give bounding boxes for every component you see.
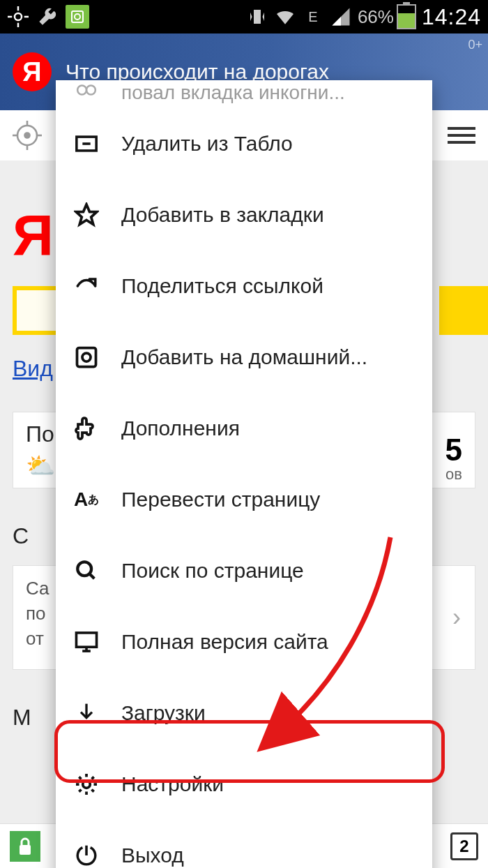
remove-icon — [73, 130, 100, 158]
menu-label: Загрузки — [121, 701, 206, 725]
svg-point-6 — [75, 14, 80, 20]
menu-item-desktop-site[interactable]: Полная версия сайта — [56, 606, 432, 678]
menu-label: Выход — [121, 844, 184, 867]
svg-point-8 — [25, 133, 30, 138]
search-icon — [73, 557, 100, 585]
tabs-button[interactable]: 2 — [450, 832, 478, 860]
incognito-icon — [73, 80, 100, 104]
age-badge: 0+ — [468, 38, 482, 52]
svg-point-0 — [15, 13, 22, 20]
svg-rect-5 — [72, 11, 83, 22]
lock-icon[interactable] — [10, 831, 40, 862]
menu-label: Поделиться ссылкой — [121, 274, 323, 298]
search-button-fragment — [439, 286, 488, 335]
menu-label: Полная версия сайта — [121, 630, 328, 654]
share-icon — [73, 272, 100, 300]
menu-item-downloads[interactable]: Загрузки — [56, 678, 432, 749]
menu-label: Настройки — [121, 772, 224, 796]
menu-label: Поиск по странице — [121, 559, 304, 583]
svg-point-20 — [77, 562, 91, 576]
menu-item-settings[interactable]: Настройки — [56, 749, 432, 820]
search-box-fragment — [13, 286, 61, 335]
svg-marker-17 — [76, 204, 97, 225]
clock: 14:24 — [422, 4, 481, 30]
svg-rect-22 — [76, 633, 96, 647]
net-type: E — [302, 6, 324, 28]
temperature: 5 — [445, 433, 462, 467]
status-bar: E 66% 14:24 — [0, 0, 488, 33]
monitor-icon — [73, 628, 100, 656]
star-icon — [73, 201, 100, 229]
menu-item-add-bookmark[interactable]: Добавить в закладки — [56, 179, 432, 250]
menu-item-find-page[interactable]: Поиск по странице — [56, 535, 432, 606]
gps-icon — [7, 6, 29, 28]
svg-rect-28 — [20, 845, 31, 855]
section-header-2: М — [13, 705, 31, 731]
temp-suffix: ов — [445, 465, 462, 484]
svg-point-14 — [86, 86, 96, 95]
battery-percent: 66% — [358, 6, 394, 28]
video-link[interactable]: Вид — [13, 356, 53, 382]
wrench-icon — [36, 6, 59, 28]
vibrate-icon — [246, 6, 268, 28]
menu-label: Перевести страницу — [121, 488, 320, 511]
wifi-icon — [274, 6, 296, 28]
translate-icon: Aあ — [73, 486, 100, 514]
section-header: С — [13, 523, 29, 549]
signal-icon — [330, 6, 352, 28]
puzzle-icon — [73, 414, 100, 442]
menu-label: Дополнения — [121, 417, 240, 440]
page-logo: Я — [13, 202, 54, 268]
menu-item-share-link[interactable]: Поделиться ссылкой — [56, 250, 432, 322]
app-icon — [66, 5, 89, 29]
weather-icon: ⛅ — [26, 451, 55, 479]
menu-label: Добавить на домашний... — [121, 345, 367, 369]
svg-line-21 — [89, 574, 94, 578]
weather-label: По — [26, 421, 55, 447]
chevron-right-icon: › — [452, 605, 461, 630]
battery-indicator: 66% — [358, 4, 416, 29]
menu-item-translate[interactable]: Aあ Перевести страницу — [56, 464, 432, 535]
hamburger-menu-button[interactable] — [448, 127, 475, 144]
yandex-logo: Я — [13, 52, 52, 91]
overflow-menu: повал вкладка инкогни... Удалить из Табл… — [56, 80, 432, 868]
location-icon[interactable] — [13, 121, 42, 150]
menu-label: Удалить из Табло — [121, 132, 293, 156]
svg-rect-18 — [77, 348, 96, 367]
gear-icon — [73, 770, 100, 798]
menu-item-remove-tablo[interactable]: Удалить из Табло — [56, 108, 432, 179]
menu-item-exit[interactable]: Выход — [56, 820, 432, 868]
menu-item-incognito[interactable]: повал вкладка инкогни... — [56, 80, 432, 108]
power-icon — [73, 841, 100, 868]
svg-point-13 — [77, 86, 86, 95]
menu-item-extensions[interactable]: Дополнения — [56, 393, 432, 464]
add-home-icon — [73, 343, 100, 371]
menu-label: Добавить в закладки — [121, 203, 324, 227]
menu-item-add-home[interactable]: Добавить на домашний... — [56, 322, 432, 393]
svg-point-19 — [82, 353, 91, 361]
download-icon — [73, 699, 100, 727]
svg-point-27 — [83, 781, 91, 788]
